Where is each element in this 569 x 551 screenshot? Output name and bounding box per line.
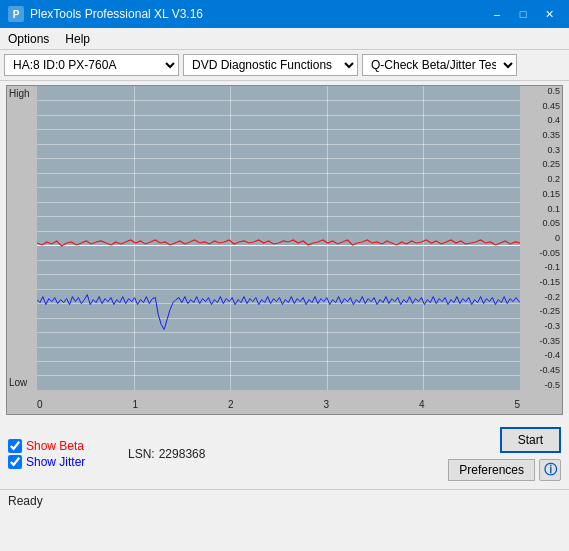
device-select[interactable]: HA:8 ID:0 PX-760A [4,54,179,76]
status-bar: Ready [0,489,569,511]
minimize-button[interactable]: – [485,4,509,24]
show-jitter-label: Show Jitter [26,455,85,469]
lsn-value: 2298368 [159,447,206,461]
function-select[interactable]: DVD Diagnostic Functions [183,54,358,76]
menu-help[interactable]: Help [57,28,98,49]
window-title: PlexTools Professional XL V3.16 [30,7,203,21]
chart-y-axis-right: 0.5 0.45 0.4 0.35 0.3 0.25 0.2 0.15 0.1 … [522,86,560,390]
start-button[interactable]: Start [500,427,561,453]
lsn-area: LSN: 2298368 [128,447,205,461]
window-controls: – □ ✕ [485,4,561,24]
menu-options[interactable]: Options [0,28,57,49]
button-row: Preferences ⓘ [448,459,561,481]
show-beta-row: Show Beta [8,439,108,453]
preferences-button[interactable]: Preferences [448,459,535,481]
chart-area: High Low [6,85,563,415]
toolbar: HA:8 ID:0 PX-760A DVD Diagnostic Functio… [0,50,569,81]
show-jitter-checkbox[interactable] [8,455,22,469]
menu-bar: Options Help [0,28,569,50]
chart-label-low: Low [9,377,27,388]
lsn-label: LSN: [128,447,155,461]
title-bar: P PlexTools Professional XL V3.16 – □ ✕ [0,0,569,28]
maximize-button[interactable]: □ [511,4,535,24]
chart-svg [37,86,520,390]
show-beta-checkbox[interactable] [8,439,22,453]
test-select[interactable]: Q-Check Beta/Jitter Test [362,54,517,76]
close-button[interactable]: ✕ [537,4,561,24]
status-text: Ready [8,494,43,508]
checkboxes: Show Beta Show Jitter [8,439,108,469]
right-controls: Start Preferences ⓘ [448,427,561,481]
app-icon: P [8,6,24,22]
chart-inner [37,86,520,390]
show-jitter-row: Show Jitter [8,455,108,469]
bottom-panel: Show Beta Show Jitter LSN: 2298368 Start… [0,419,569,489]
info-button[interactable]: ⓘ [539,459,561,481]
show-beta-label: Show Beta [26,439,84,453]
chart-x-axis: 0 1 2 3 4 5 [37,399,520,410]
chart-label-high: High [9,88,30,99]
